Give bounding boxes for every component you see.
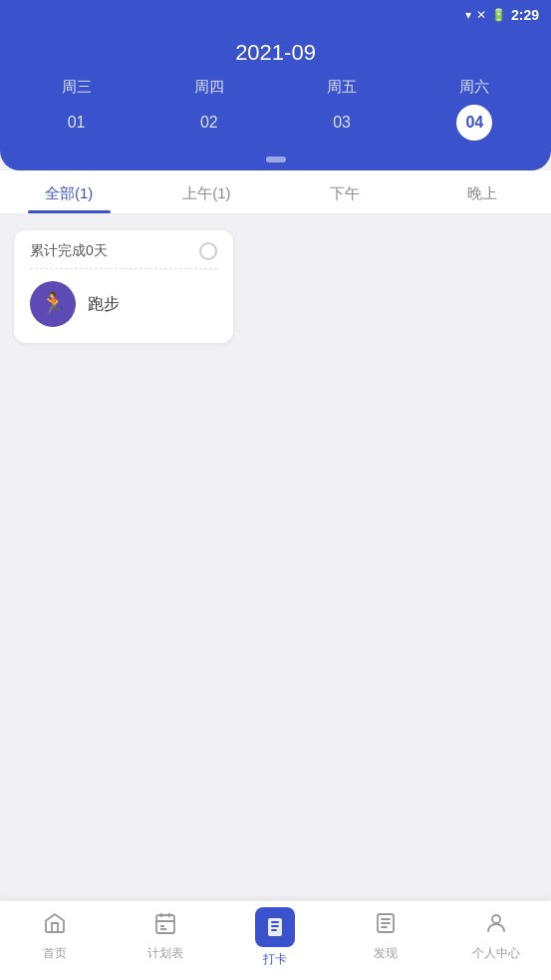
status-time: 2:29 <box>511 7 539 23</box>
day-num: 02 <box>191 105 227 141</box>
calendar-day-01[interactable]: 周三 01 <box>47 78 107 157</box>
nav-item-punch[interactable]: 打卡 <box>220 911 331 968</box>
day-name: 周六 <box>459 78 489 97</box>
nav-item-discover[interactable]: 发现 <box>331 911 441 962</box>
indicator-dot <box>266 157 286 163</box>
header-month: 2021-09 <box>0 40 551 78</box>
plan-icon <box>153 911 177 941</box>
main-content: 累计完成0天 🏃 跑步 <box>0 214 551 359</box>
tab-morning[interactable]: 上午(1) <box>138 170 275 213</box>
activity-card: 累计完成0天 🏃 跑步 <box>14 230 233 343</box>
header: 2021-09 周三 01 周四 02 周五 03 周六 04 <box>0 30 551 170</box>
nav-item-home[interactable]: 首页 <box>0 911 111 962</box>
day-name: 周三 <box>62 78 92 97</box>
card-header: 累计完成0天 <box>30 242 217 269</box>
card-check[interactable] <box>199 242 217 260</box>
header-indicator <box>0 157 551 170</box>
profile-icon <box>484 911 508 941</box>
nav-label-punch: 打卡 <box>263 951 287 968</box>
punch-icon-bg <box>255 907 295 947</box>
battery-icon: 🔋 <box>491 8 506 22</box>
discover-icon <box>374 911 398 941</box>
calendar-day-02[interactable]: 周四 02 <box>179 78 239 157</box>
day-name: 周四 <box>194 78 224 97</box>
card-activity: 🏃 跑步 <box>30 281 217 327</box>
nav-label-discover: 发现 <box>374 945 398 962</box>
day-num: 03 <box>324 105 360 141</box>
home-icon <box>43 911 67 941</box>
day-name: 周五 <box>327 78 357 97</box>
tab-afternoon[interactable]: 下午 <box>276 170 413 213</box>
tab-all[interactable]: 全部(1) <box>0 170 138 213</box>
nav-item-profile[interactable]: 个人中心 <box>440 911 551 962</box>
activity-name: 跑步 <box>88 294 120 315</box>
svg-rect-0 <box>156 915 174 933</box>
svg-point-4 <box>492 915 500 923</box>
calendar-week: 周三 01 周四 02 周五 03 周六 04 <box>0 78 551 157</box>
activity-icon: 🏃 <box>30 281 76 327</box>
status-icons: ▾ ✕ 🔋 2:29 <box>465 7 539 23</box>
calendar-day-04[interactable]: 周六 04 <box>444 78 504 157</box>
tab-evening[interactable]: 晚上 <box>413 170 551 213</box>
bottom-nav: 首页 计划表 打卡 发现 <box>0 900 551 980</box>
day-num: 01 <box>59 105 95 141</box>
nav-label-plan: 计划表 <box>147 945 183 962</box>
running-icon: 🏃 <box>40 291 67 317</box>
day-num: 04 <box>456 105 492 141</box>
svg-rect-1 <box>268 918 282 936</box>
nav-item-plan[interactable]: 计划表 <box>111 911 221 962</box>
status-bar: ▾ ✕ 🔋 2:29 <box>0 0 551 30</box>
signal-icon: ✕ <box>476 8 486 22</box>
tabs-container: 全部(1)上午(1)下午晚上 <box>0 170 551 214</box>
nav-label-profile: 个人中心 <box>472 945 520 962</box>
card-title: 累计完成0天 <box>30 242 108 260</box>
nav-label-home: 首页 <box>43 945 67 962</box>
wifi-icon: ▾ <box>465 8 471 22</box>
calendar-day-03[interactable]: 周五 03 <box>312 78 372 157</box>
